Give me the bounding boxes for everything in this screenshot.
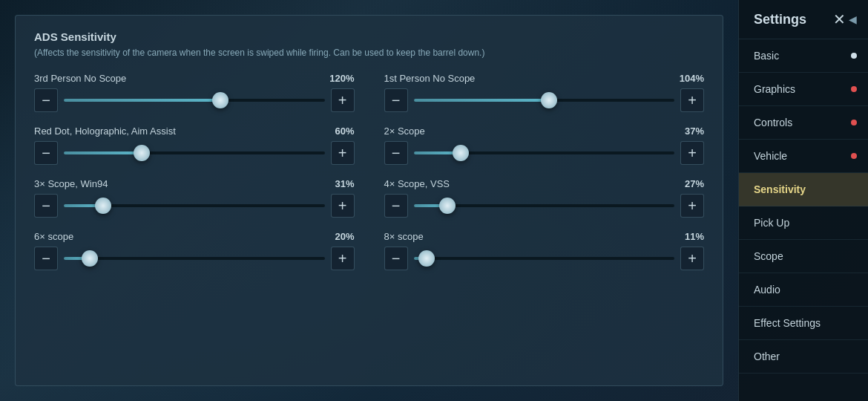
slider-thumb-red-dot[interactable] bbox=[134, 145, 150, 161]
slider-label-red-dot: Red Dot, Holographic, Aim Assist bbox=[34, 125, 176, 137]
slider-controls-3rd-person-no-scope: −+ bbox=[34, 88, 355, 112]
sidebar-title: Settings bbox=[754, 12, 806, 27]
slider-group-6x-scope: 6× scope20%−+ bbox=[34, 231, 355, 270]
slider-decrease-3x-scope[interactable]: − bbox=[34, 194, 58, 218]
sidebar-item-label-pick-up: Pick Up bbox=[754, 217, 789, 229]
sidebar-dot-controls bbox=[851, 120, 857, 125]
slider-value-8x-scope: 11% bbox=[685, 231, 704, 242]
collapse-icon: ◀ bbox=[849, 13, 857, 25]
sidebar-item-label-basic: Basic bbox=[754, 50, 779, 62]
panel-title: ADS Sensitivity bbox=[34, 30, 704, 43]
slider-thumb-3rd-person-no-scope[interactable] bbox=[212, 92, 228, 108]
slider-increase-4x-scope[interactable]: + bbox=[680, 194, 704, 218]
slider-track-6x-scope[interactable] bbox=[64, 247, 325, 270]
slider-label-6x-scope: 6× scope bbox=[34, 231, 73, 242]
settings-panel: ADS Sensitivity (Affects the sensitivity… bbox=[15, 15, 723, 386]
sidebar-item-other[interactable]: Other bbox=[739, 340, 868, 374]
slider-decrease-6x-scope[interactable]: − bbox=[34, 247, 58, 270]
sidebar: Settings ✕ ◀ BasicGraphicsControlsVehicl… bbox=[738, 0, 868, 401]
sidebar-item-audio[interactable]: Audio bbox=[739, 273, 868, 307]
slider-group-3x-scope: 3× Scope, Win9431%−+ bbox=[34, 178, 355, 218]
slider-track-2x-scope[interactable] bbox=[414, 141, 675, 165]
slider-thumb-8x-scope[interactable] bbox=[418, 250, 435, 267]
slider-group-4x-scope: 4× Scope, VSS27%−+ bbox=[384, 178, 705, 218]
sidebar-items-list: BasicGraphicsControlsVehicleSensitivityP… bbox=[739, 39, 868, 401]
slider-thumb-6x-scope[interactable] bbox=[82, 250, 98, 267]
slider-track-1st-person-no-scope[interactable] bbox=[414, 88, 675, 112]
sidebar-item-scope[interactable]: Scope bbox=[739, 240, 868, 273]
slider-controls-red-dot: −+ bbox=[34, 141, 355, 165]
slider-decrease-1st-person-no-scope[interactable]: − bbox=[384, 88, 408, 112]
sidebar-dot-graphics bbox=[851, 86, 857, 92]
slider-thumb-4x-scope[interactable] bbox=[439, 198, 456, 214]
sidebar-item-controls[interactable]: Controls bbox=[739, 106, 868, 140]
slider-label-row-6x-scope: 6× scope20% bbox=[34, 231, 355, 242]
sliders-grid: 3rd Person No Scope120%−+1st Person No S… bbox=[34, 73, 704, 270]
slider-increase-6x-scope[interactable]: + bbox=[331, 247, 355, 270]
slider-track-red-dot[interactable] bbox=[64, 141, 325, 165]
slider-thumb-2x-scope[interactable] bbox=[453, 145, 469, 161]
sidebar-dot-basic bbox=[851, 53, 857, 59]
slider-controls-8x-scope: −+ bbox=[384, 247, 705, 270]
slider-decrease-4x-scope[interactable]: − bbox=[384, 194, 408, 218]
close-icon[interactable]: ✕ bbox=[833, 10, 846, 28]
slider-increase-red-dot[interactable]: + bbox=[331, 141, 355, 165]
slider-value-1st-person-no-scope: 104% bbox=[680, 73, 704, 84]
sidebar-item-label-graphics: Graphics bbox=[754, 83, 795, 95]
sidebar-item-label-audio: Audio bbox=[754, 284, 780, 296]
sidebar-item-label-vehicle: Vehicle bbox=[754, 150, 787, 162]
slider-value-3x-scope: 31% bbox=[335, 178, 354, 189]
slider-label-row-3x-scope: 3× Scope, Win9431% bbox=[34, 178, 355, 189]
slider-decrease-red-dot[interactable]: − bbox=[34, 141, 58, 165]
sidebar-item-vehicle[interactable]: Vehicle bbox=[739, 140, 868, 173]
sidebar-dot-vehicle bbox=[851, 153, 857, 159]
slider-group-1st-person-no-scope: 1st Person No Scope104%−+ bbox=[384, 73, 705, 112]
slider-value-6x-scope: 20% bbox=[335, 231, 354, 242]
sidebar-header: Settings ✕ ◀ bbox=[739, 0, 868, 39]
slider-label-1st-person-no-scope: 1st Person No Scope bbox=[384, 73, 476, 84]
slider-group-red-dot: Red Dot, Holographic, Aim Assist60%−+ bbox=[34, 125, 355, 165]
slider-label-row-8x-scope: 8× scope11% bbox=[384, 231, 705, 242]
slider-value-red-dot: 60% bbox=[335, 125, 354, 137]
slider-value-4x-scope: 27% bbox=[685, 178, 704, 189]
slider-group-8x-scope: 8× scope11%−+ bbox=[384, 231, 705, 270]
slider-increase-2x-scope[interactable]: + bbox=[680, 141, 704, 165]
sidebar-item-effect-settings[interactable]: Effect Settings bbox=[739, 307, 868, 340]
slider-thumb-3x-scope[interactable] bbox=[95, 198, 111, 214]
slider-value-3rd-person-no-scope: 120% bbox=[329, 73, 354, 84]
sidebar-item-label-other: Other bbox=[754, 351, 780, 362]
slider-increase-3x-scope[interactable]: + bbox=[331, 194, 355, 218]
slider-value-2x-scope: 37% bbox=[685, 125, 704, 137]
sidebar-item-label-controls: Controls bbox=[754, 117, 792, 128]
slider-controls-2x-scope: −+ bbox=[384, 141, 705, 165]
slider-label-row-3rd-person-no-scope: 3rd Person No Scope120% bbox=[34, 73, 355, 84]
sidebar-item-label-sensitivity: Sensitivity bbox=[754, 183, 806, 195]
slider-track-3x-scope[interactable] bbox=[64, 194, 325, 218]
slider-increase-3rd-person-no-scope[interactable]: + bbox=[331, 88, 355, 112]
sidebar-item-pick-up[interactable]: Pick Up bbox=[739, 206, 868, 240]
slider-group-2x-scope: 2× Scope37%−+ bbox=[384, 125, 705, 165]
slider-label-8x-scope: 8× scope bbox=[384, 231, 424, 242]
slider-track-8x-scope[interactable] bbox=[414, 247, 675, 270]
sidebar-item-basic[interactable]: Basic bbox=[739, 39, 868, 73]
main-content: ADS Sensitivity (Affects the sensitivity… bbox=[0, 0, 738, 401]
slider-decrease-8x-scope[interactable]: − bbox=[384, 247, 408, 270]
sidebar-item-label-effect-settings: Effect Settings bbox=[754, 317, 821, 329]
sidebar-item-sensitivity[interactable]: Sensitivity bbox=[739, 173, 868, 206]
slider-decrease-3rd-person-no-scope[interactable]: − bbox=[34, 88, 58, 112]
slider-label-4x-scope: 4× Scope, VSS bbox=[384, 178, 450, 189]
slider-increase-8x-scope[interactable]: + bbox=[680, 247, 704, 270]
slider-controls-4x-scope: −+ bbox=[384, 194, 705, 218]
close-button-area[interactable]: ✕ ◀ bbox=[833, 10, 857, 28]
slider-increase-1st-person-no-scope[interactable]: + bbox=[680, 88, 704, 112]
slider-track-3rd-person-no-scope[interactable] bbox=[64, 88, 325, 112]
slider-label-row-4x-scope: 4× Scope, VSS27% bbox=[384, 178, 705, 189]
slider-track-4x-scope[interactable] bbox=[414, 194, 675, 218]
slider-controls-3x-scope: −+ bbox=[34, 194, 355, 218]
slider-group-3rd-person-no-scope: 3rd Person No Scope120%−+ bbox=[34, 73, 355, 112]
sidebar-item-graphics[interactable]: Graphics bbox=[739, 73, 868, 106]
slider-label-row-red-dot: Red Dot, Holographic, Aim Assist60% bbox=[34, 125, 355, 137]
sidebar-item-label-scope: Scope bbox=[754, 250, 783, 262]
slider-thumb-1st-person-no-scope[interactable] bbox=[541, 92, 557, 108]
slider-decrease-2x-scope[interactable]: − bbox=[384, 141, 408, 165]
